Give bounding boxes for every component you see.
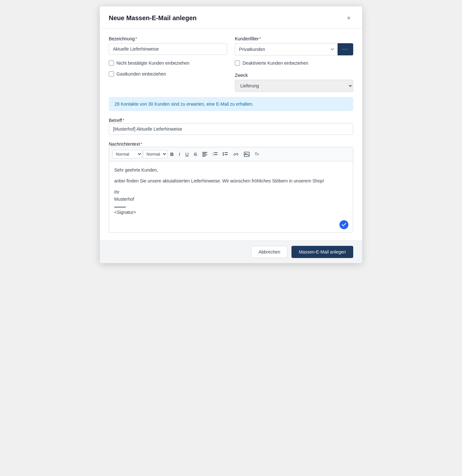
bold-button[interactable]: B — [168, 150, 176, 158]
svg-point-10 — [223, 154, 224, 156]
svg-text:2.: 2. — [212, 154, 214, 156]
betreff-input[interactable] — [109, 123, 353, 135]
signature-divider — [114, 207, 126, 207]
betreff-section: Betreff* — [109, 117, 353, 141]
kundenfilter-label: Kundenfilter* — [235, 36, 353, 41]
align-button[interactable] — [200, 150, 210, 158]
nachrichtentext-label: Nachrichtentext* — [109, 141, 142, 147]
right-checkboxes-col: Deaktivierte Kunden einbeziehen Zweck Li… — [235, 61, 353, 92]
checkbox-unconfirmed[interactable] — [109, 61, 114, 66]
required-star-betreff: * — [123, 118, 124, 123]
svg-rect-1 — [202, 153, 206, 154]
close-button[interactable]: × — [344, 13, 353, 22]
checkbox-guest-label[interactable]: Gastkunden einbeziehen — [116, 71, 166, 77]
zweck-select[interactable]: Lieferung Marketing Information — [235, 80, 353, 92]
svg-rect-5 — [214, 152, 218, 153]
kundenfilter-col: Kundenfilter* Privatkunden Geschäftskund… — [235, 36, 353, 55]
bezeichnung-input[interactable] — [109, 43, 227, 55]
required-star-bezeichnung: * — [135, 36, 137, 41]
checkbox-row-3: Gastkunden einbeziehen — [109, 71, 227, 77]
checkbox-unconfirmed-label[interactable]: Nicht bestätigte Kunden einbeziehen — [116, 61, 189, 66]
editor-line-1: Sehr geehrte Kunden, — [114, 166, 348, 173]
editor-container: Normal Heading 1 Heading 2 Normal Small … — [109, 147, 353, 233]
underline-button[interactable]: U — [183, 150, 191, 158]
required-star-nachrichtentext: * — [140, 141, 142, 147]
ordered-list-button[interactable]: 1. 2. — [210, 150, 220, 158]
form-row-2: Nicht bestätigte Kunden einbeziehen Gast… — [109, 61, 353, 92]
editor-line-2: anbei finden Sie unsere aktuialisierten … — [114, 177, 348, 184]
checkbox-deactivated[interactable] — [235, 61, 240, 66]
editor-body[interactable]: Sehr geehrte Kunden, anbei finden Sie un… — [109, 161, 353, 232]
bezeichnung-label: Bezeichnung* — [109, 36, 227, 41]
modal-container: Neue Massen-E-Mail anlegen × Bezeichnung… — [100, 6, 362, 263]
zweck-label: Zweck — [235, 73, 353, 78]
modal-title: Neue Massen-E-Mail anlegen — [109, 14, 197, 22]
left-checkboxes-col: Nicht bestätigte Kunden einbeziehen Gast… — [109, 61, 227, 92]
unordered-list-button[interactable] — [220, 150, 230, 158]
svg-rect-7 — [214, 154, 218, 155]
kundenfilter-group: Privatkunden Geschäftskunden Alle Kunden… — [235, 43, 353, 55]
kundenfilter-select[interactable]: Privatkunden Geschäftskunden Alle Kunden — [235, 43, 338, 55]
editor-line-3: IhrMusterhof — [114, 189, 348, 203]
kundenfilter-more-button[interactable]: ··· — [338, 43, 353, 55]
info-text: 28 Kontakte von 30 Kunden sind zu erwart… — [115, 101, 253, 107]
svg-rect-11 — [225, 154, 228, 155]
svg-rect-9 — [225, 152, 228, 153]
required-star-kundenfilter: * — [259, 36, 261, 41]
image-button[interactable] — [242, 150, 252, 158]
svg-point-8 — [223, 152, 224, 154]
modal-body: Bezeichnung* Kundenfilter* Privatkunden … — [100, 28, 362, 240]
form-row-1: Bezeichnung* Kundenfilter* Privatkunden … — [109, 36, 353, 55]
checkbox-row-1: Nicht bestätigte Kunden einbeziehen — [109, 61, 227, 66]
check-icon — [339, 220, 348, 229]
cancel-button[interactable]: Abbrechen — [251, 246, 288, 258]
checkbox-guest[interactable] — [109, 71, 114, 77]
checkbox-row-2: Deaktivierte Kunden einbeziehen — [235, 61, 353, 66]
style-select[interactable]: Normal Heading 1 Heading 2 — [112, 150, 142, 158]
editor-toolbar: Normal Heading 1 Heading 2 Normal Small … — [109, 147, 353, 161]
bezeichnung-col: Bezeichnung* — [109, 36, 227, 55]
strikethrough-button[interactable]: S — [192, 150, 199, 158]
svg-rect-3 — [202, 156, 205, 157]
modal-header: Neue Massen-E-Mail anlegen × — [100, 6, 362, 28]
italic-button[interactable]: I — [177, 150, 182, 158]
submit-button[interactable]: Massen-E-Mail anlegen — [291, 246, 353, 258]
nachrichtentext-section: Nachrichtentext* Normal Heading 1 Headin… — [109, 141, 353, 233]
svg-rect-2 — [202, 155, 207, 155]
clear-format-button[interactable]: Tx — [252, 150, 261, 158]
zweck-section: Zweck Lieferung Marketing Information — [235, 73, 353, 92]
betreff-label: Betreff* — [109, 118, 124, 123]
link-button[interactable] — [231, 151, 241, 157]
modal-footer: Abbrechen Massen-E-Mail anlegen — [100, 240, 362, 263]
svg-rect-0 — [202, 152, 207, 153]
checkbox-deactivated-label[interactable]: Deaktivierte Kunden einbeziehen — [243, 61, 308, 66]
size-select[interactable]: Normal Small Large — [143, 150, 167, 158]
info-banner: 28 Kontakte von 30 Kunden sind zu erwart… — [109, 97, 353, 111]
editor-signature: <Signatur> — [114, 209, 348, 216]
